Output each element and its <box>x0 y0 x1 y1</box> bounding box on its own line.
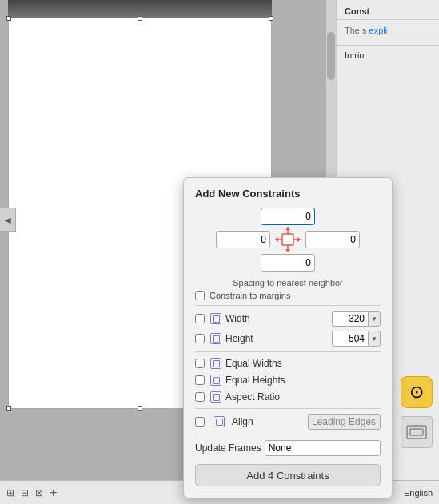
equal-widths-checkbox[interactable] <box>195 359 205 368</box>
add-button-label: Add 4 Constraints <box>246 470 329 482</box>
left-arrow[interactable]: ◀ <box>0 208 16 232</box>
align-checkbox[interactable] <box>195 417 205 427</box>
popup-title: Add New Constraints <box>195 188 381 200</box>
right-panel-intrinsic: Intrin <box>337 45 439 65</box>
width-arrow[interactable]: ▼ <box>368 311 381 327</box>
cross-svg <box>273 225 302 254</box>
width-value-wrap: ▼ <box>332 311 381 327</box>
spacing-middle-row <box>216 225 360 254</box>
height-label: Height <box>225 333 332 344</box>
height-icon-box <box>210 333 221 344</box>
scrollbar-thumb[interactable] <box>327 32 335 80</box>
right-panel-body: The s expli <box>337 20 439 42</box>
spacing-label: Spacing to nearest neighbor <box>195 278 381 288</box>
spacing-top-input[interactable] <box>261 208 315 225</box>
equal-heights-icon-inner <box>213 377 220 384</box>
align-icon-inner <box>216 419 223 426</box>
svg-marker-3 <box>275 237 278 242</box>
add-constraints-button[interactable]: Add 4 Constraints <box>195 464 381 486</box>
orange-icon-symbol: ⊙ <box>409 382 424 403</box>
spacing-right-input[interactable] <box>305 231 360 248</box>
divider-1 <box>195 305 381 306</box>
width-row: Width ▼ <box>195 311 381 327</box>
width-input[interactable] <box>332 311 368 327</box>
width-icon-box <box>210 313 221 324</box>
svg-marker-6 <box>285 227 290 230</box>
canvas-image <box>8 0 272 18</box>
width-icon-inner <box>213 315 220 323</box>
right-panel-link[interactable]: expli <box>369 26 388 35</box>
equal-heights-icon <box>210 374 222 387</box>
update-frames-select-wrap: None Items of New Constraints All Frames… <box>265 440 381 456</box>
spacing-grid <box>195 208 381 272</box>
toolbar-icon-2[interactable]: ⊟ <box>21 487 29 498</box>
divider-2 <box>195 351 381 352</box>
cross-icon <box>273 225 302 254</box>
align-select[interactable]: Leading Edges Trailing Edges Center X Ce… <box>308 414 381 430</box>
spacing-top-row <box>261 208 315 225</box>
selection-handle-tl <box>6 16 11 21</box>
left-arrow-icon: ◀ <box>5 216 11 224</box>
intrinsic-label: Intrin <box>345 50 364 60</box>
aspect-ratio-icon-inner <box>213 394 220 401</box>
aspect-ratio-icon <box>210 391 222 403</box>
align-select-wrap: Leading Edges Trailing Edges Center X Ce… <box>308 414 381 430</box>
spacing-bottom-input[interactable] <box>261 254 315 272</box>
equal-widths-icon-box <box>210 358 221 369</box>
height-checkbox[interactable] <box>195 334 205 343</box>
box-icon-svg <box>405 421 428 443</box>
aspect-ratio-label: Aspect Ratio <box>225 391 381 403</box>
selection-handle-tc <box>138 16 142 21</box>
equal-widths-icon <box>210 357 222 370</box>
update-frames-select[interactable]: None Items of New Constraints All Frames… <box>265 440 381 456</box>
aspect-ratio-row: Aspect Ratio <box>195 391 381 403</box>
align-row: Align Leading Edges Trailing Edges Cente… <box>195 414 381 430</box>
update-frames-row: Update Frames None Items of New Constrai… <box>195 440 381 456</box>
height-icon-inner <box>213 335 220 343</box>
height-arrow[interactable]: ▼ <box>368 331 381 347</box>
spacing-bottom-row <box>261 254 315 272</box>
svg-marker-7 <box>285 249 290 252</box>
toolbar-icon-1[interactable]: ⊞ <box>6 487 14 498</box>
update-frames-label: Update Frames <box>195 442 261 454</box>
constrain-to-margins-label: Constrain to margins <box>210 291 291 300</box>
add-constraints-popup: Add New Constraints <box>183 177 393 498</box>
height-icon <box>210 332 222 345</box>
divider-3 <box>195 408 381 409</box>
equal-heights-checkbox[interactable] <box>195 375 205 385</box>
constrain-to-margins-checkbox[interactable] <box>195 291 205 300</box>
selection-handle-bc <box>138 406 142 411</box>
right-panel-header: Const <box>337 0 439 20</box>
height-input[interactable] <box>332 331 368 347</box>
equal-widths-icon-inner <box>213 360 220 367</box>
toolbar-icon-3[interactable]: ⊠ <box>35 487 43 498</box>
width-label: Width <box>225 313 332 324</box>
selection-handle-bl <box>6 406 11 411</box>
align-icon-box <box>214 416 225 427</box>
equal-heights-icon-box <box>210 375 221 386</box>
svg-marker-4 <box>297 237 301 242</box>
right-panel-body-text: The s <box>345 26 369 35</box>
height-row: Height ▼ <box>195 331 381 347</box>
align-label: Align <box>232 416 305 427</box>
toolbar-add-button[interactable]: + <box>50 486 57 500</box>
equal-heights-label: Equal Heights <box>225 375 381 386</box>
toolbar-language: English <box>404 488 433 498</box>
svg-rect-1 <box>410 429 423 435</box>
spacing-left-input[interactable] <box>216 231 270 248</box>
width-icon <box>210 312 222 325</box>
orange-icon: ⊙ <box>401 376 433 408</box>
constrain-to-margins-row: Constrain to margins <box>195 291 381 300</box>
divider-4 <box>195 435 381 435</box>
aspect-ratio-checkbox[interactable] <box>195 392 205 402</box>
svg-rect-8 <box>282 234 293 245</box>
aspect-ratio-icon-box <box>210 391 221 403</box>
align-icon <box>213 415 225 428</box>
height-value-wrap: ▼ <box>332 331 381 347</box>
equal-widths-row: Equal Widths <box>195 357 381 370</box>
selection-handle-tr <box>269 16 273 21</box>
box-icon <box>401 416 433 448</box>
equal-widths-label: Equal Widths <box>225 358 381 369</box>
width-checkbox[interactable] <box>195 314 205 323</box>
equal-heights-row: Equal Heights <box>195 374 381 387</box>
